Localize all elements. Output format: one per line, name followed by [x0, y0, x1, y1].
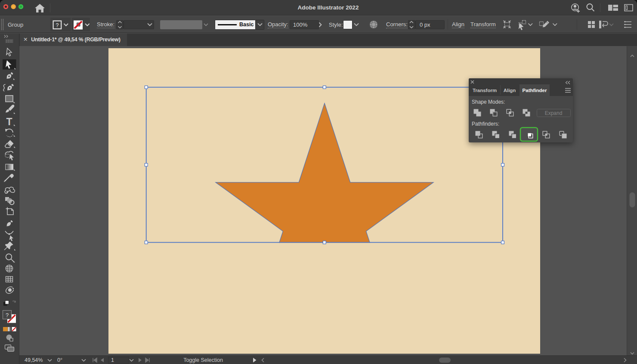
svg-text:Expand: Expand: [545, 110, 563, 116]
svg-text:?: ?: [6, 312, 9, 318]
svg-text:T: T: [6, 116, 12, 127]
svg-text:Align: Align: [504, 88, 516, 93]
svg-text:Shape Modes:: Shape Modes:: [472, 99, 505, 105]
svg-text:Transform: Transform: [473, 88, 497, 93]
svg-text:Pathfinders:: Pathfinders:: [472, 121, 499, 127]
svg-text:Pathfinder: Pathfinder: [523, 88, 547, 93]
svg-text:?: ?: [56, 22, 59, 28]
